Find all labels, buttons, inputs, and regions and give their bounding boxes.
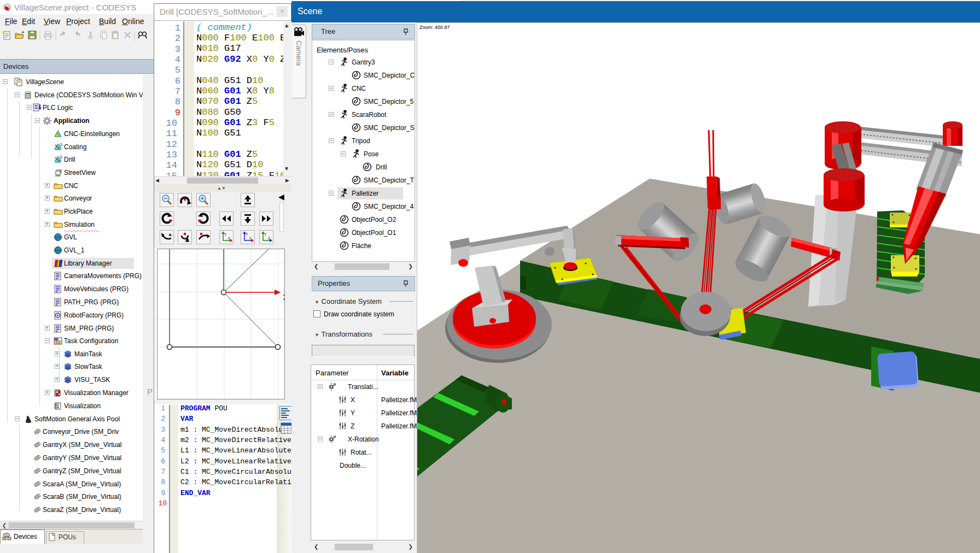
svg-text:x: x: [228, 236, 230, 240]
svg-text:G: G: [60, 155, 62, 159]
svg-text:y: y: [224, 231, 226, 236]
svg-text:y: y: [264, 231, 266, 236]
svg-text:X: X: [283, 292, 284, 302]
svg-text:z: z: [246, 231, 248, 236]
svg-text:z: z: [268, 236, 270, 240]
svg-text:x: x: [249, 236, 252, 240]
svg-text:Zoom: 400.87: Zoom: 400.87: [419, 25, 450, 30]
svg-text:G: G: [60, 143, 62, 146]
